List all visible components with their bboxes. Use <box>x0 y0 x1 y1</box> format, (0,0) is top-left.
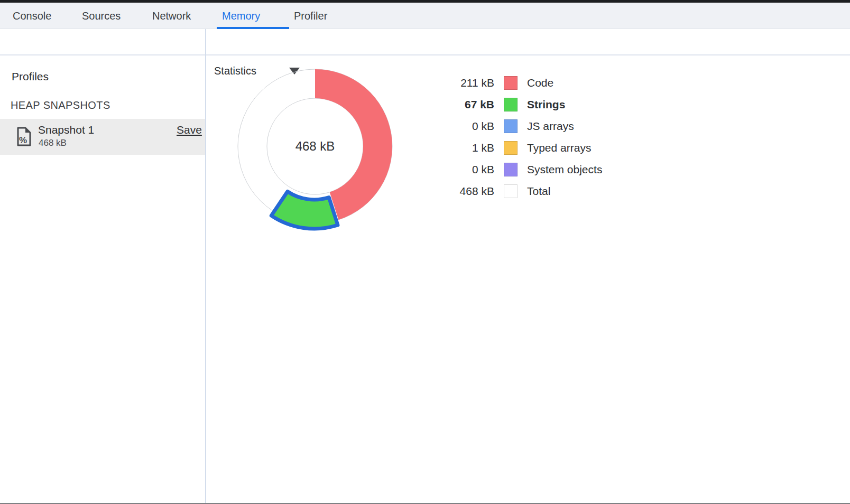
memory-toolbar: Statistics <box>0 29 850 54</box>
profiles-sidebar: Profiles HEAP SNAPSHOTS % Snapshot 1 468… <box>0 55 205 503</box>
statistics-legend: 211 kB Code 67 kB Strings 0 kB JS arrays… <box>452 72 602 202</box>
donut-slice-strings[interactable] <box>271 191 338 228</box>
legend-label: Typed arrays <box>527 142 591 154</box>
legend-size: 67 kB <box>452 98 494 111</box>
legend-size: 0 kB <box>452 163 494 176</box>
legend-label: JS arrays <box>527 120 574 133</box>
tab-profiler[interactable]: Profiler <box>294 3 327 29</box>
save-link[interactable]: Save <box>177 124 202 136</box>
legend-label: Strings <box>527 98 565 111</box>
legend-size: 0 kB <box>452 120 494 133</box>
legend-swatch-system-objects <box>504 163 518 176</box>
tab-sources[interactable]: Sources <box>82 3 121 29</box>
legend-swatch-total <box>504 184 518 198</box>
legend-row-strings[interactable]: 67 kB Strings <box>452 94 602 115</box>
devtools-tab-bar: Console Sources Network Memory Profiler <box>0 3 850 29</box>
legend-row-js-arrays[interactable]: 0 kB JS arrays <box>452 115 602 137</box>
heap-snapshot-file-icon: % <box>16 127 31 147</box>
legend-swatch-typed-arrays <box>504 141 518 155</box>
legend-size: 211 kB <box>452 77 494 89</box>
legend-row-system-objects[interactable]: 0 kB System objects <box>452 158 602 180</box>
heap-snapshots-section-title: HEAP SNAPSHOTS <box>11 99 110 111</box>
profiles-title: Profiles <box>12 70 49 83</box>
snapshot-size: 468 kB <box>39 138 67 148</box>
tab-memory[interactable]: Memory <box>222 3 260 29</box>
legend-swatch-code <box>504 76 518 90</box>
legend-size: 468 kB <box>452 185 494 198</box>
legend-label: Code <box>527 77 553 89</box>
legend-label: System objects <box>527 163 602 176</box>
snapshot-list-item[interactable]: % Snapshot 1 468 kB Save <box>0 119 205 155</box>
legend-row-code[interactable]: 211 kB Code <box>452 72 602 94</box>
legend-swatch-js-arrays <box>504 119 518 133</box>
tab-network[interactable]: Network <box>152 3 191 29</box>
legend-label: Total <box>527 185 550 198</box>
legend-row-total[interactable]: 468 kB Total <box>452 180 602 202</box>
legend-swatch-strings <box>504 98 518 111</box>
svg-text:%: % <box>19 135 27 145</box>
legend-size: 1 kB <box>452 142 494 154</box>
donut-total-label: 468 kB <box>233 139 398 154</box>
tab-console[interactable]: Console <box>13 3 51 29</box>
legend-row-typed-arrays[interactable]: 1 kB Typed arrays <box>452 137 602 158</box>
sidebar-divider <box>205 29 206 503</box>
snapshot-name: Snapshot 1 <box>38 124 94 136</box>
